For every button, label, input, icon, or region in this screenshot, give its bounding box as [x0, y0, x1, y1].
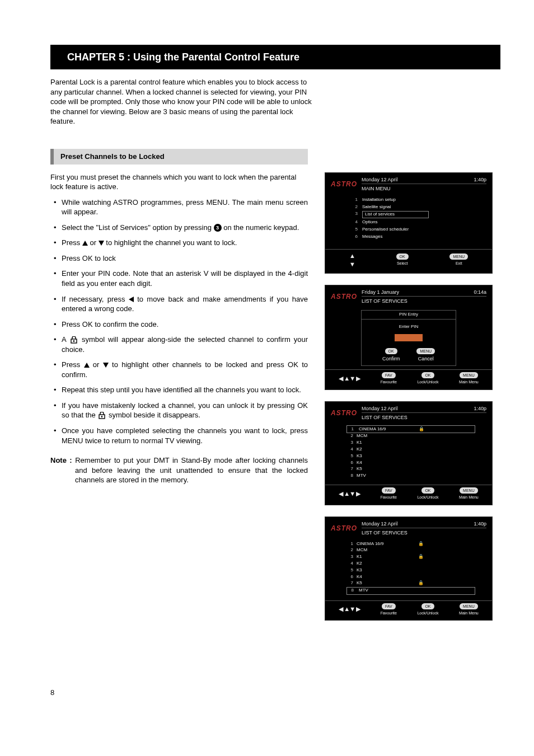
menu-item: 4Options [352, 219, 482, 226]
menu-pill: MENU [416, 348, 435, 354]
svg-rect-3 [101, 416, 102, 417]
lead-paragraph: First you must preset the channels which… [50, 172, 308, 192]
favourite-label: Favourite [381, 495, 397, 500]
service-row: 1CINEMA 16/9🔒 [346, 541, 475, 547]
select-label: Select [397, 261, 407, 266]
lockunlock-label: Lock/Unlock [417, 495, 438, 500]
tv3-time: 1:40p [474, 405, 486, 412]
astro-logo: ASTRO [331, 180, 357, 189]
tv1-date: Monday 12 April [362, 176, 398, 183]
section-heading: Preset Channels to be Locked [50, 149, 308, 165]
tv2-time: 0:14a [474, 289, 486, 295]
lockunlock-label: Lock/Unlock [417, 611, 438, 616]
menu-pill: MENU [449, 253, 468, 260]
screenshot-list-services-2: ASTRO Monday 12 April 1:40p LIST OF SERV… [325, 516, 493, 621]
pin-entry-header: PIN Entry [362, 311, 456, 320]
step-11: If you have mistakenly locked a channel,… [50, 401, 308, 420]
step-9-a: Press [62, 360, 84, 369]
step-4: Press OK to lock [50, 253, 308, 264]
confirm-label: Confirm [382, 355, 400, 362]
step-7: Press OK to confirm the code. [50, 320, 308, 330]
service-row: 5K3 [346, 567, 475, 574]
step-8-b: symbol will appear along-side the select… [62, 335, 308, 354]
astro-logo: ASTRO [331, 292, 357, 301]
screenshot-list-services-1: ASTRO Monday 12 April 1:40p LIST OF SERV… [325, 401, 493, 505]
mainmenu-label: Main Menu [459, 379, 479, 384]
service-row: 5K3 [346, 453, 475, 459]
ok-pill: OK [421, 487, 434, 494]
dpad-icon: ◀ ▲▼ ▶ [339, 605, 360, 613]
svg-rect-1 [73, 340, 74, 342]
chapter-heading: CHAPTER 5 : Using the Parental Control F… [50, 45, 500, 69]
tv4-title: LIST OF SERVICES [362, 528, 486, 536]
tv2-title: LIST OF SERVICES [362, 297, 486, 304]
step-3-c: to highlight the channel you want to loc… [106, 238, 237, 247]
step-3: Press or to highlight the channel you wa… [50, 238, 308, 248]
step-6-a: If necessary, press [62, 295, 129, 303]
service-row: 6K4 [346, 574, 475, 580]
page-number: 8 [50, 688, 500, 698]
mainmenu-label: Main Menu [459, 611, 479, 616]
step-2-b: on the numeric keypad. [223, 223, 299, 232]
service-row: 1CINEMA 16/9🔒 [346, 425, 475, 433]
exit-label: Exit [456, 261, 462, 266]
enter-pin-label: Enter PIN [362, 320, 456, 332]
arrow-left-icon [129, 297, 134, 302]
lockunlock-label: Lock/Unlock [417, 379, 438, 384]
tv4-time: 1:40p [474, 520, 486, 527]
service-row: 8MTV [346, 473, 475, 480]
dpad-icon: ◀ ▲▼ ▶ [339, 490, 360, 498]
service-row: 4K2 [346, 561, 475, 567]
menu-item: 2Satellite signal [352, 204, 482, 211]
tv1-time: 1:40p [474, 176, 486, 183]
note: Note : Remember to put your DMT in Stand… [50, 456, 308, 485]
step-9: Press or to highlight other channels to … [50, 360, 308, 379]
instructions-column: First you must preset the channels which… [50, 172, 308, 491]
menu-pill: MENU [460, 487, 478, 494]
keypad-3-icon: 3 [214, 224, 222, 232]
lock-icon [71, 336, 77, 344]
service-row: 4K2 [346, 446, 475, 453]
arrow-up-icon [84, 363, 90, 368]
screenshot-main-menu: ASTRO Monday 12 April 1:40p MAIN MENU 1I… [325, 172, 493, 274]
mainmenu-label: Main Menu [459, 495, 479, 500]
ok-pill: OK [385, 348, 397, 354]
favourite-label: Favourite [381, 611, 397, 616]
tv1-title: MAIN MENU [362, 184, 486, 192]
step-9-b: or [93, 360, 103, 369]
pin-panel: PIN Entry Enter PIN * * * * OKConfirm ME… [361, 310, 456, 367]
step-10: Repeat this step until you have identifi… [50, 385, 308, 395]
dpad-icon: ▲▼ [349, 252, 355, 269]
arrow-down-icon [103, 363, 109, 368]
intro-paragraph: Parental Lock is a parental control feat… [50, 77, 313, 126]
menu-item: 6Messages [352, 233, 482, 241]
ok-pill: OK [396, 253, 409, 260]
arrow-up-icon [82, 241, 88, 246]
tv3-title: LIST OF SERVICES [362, 413, 486, 421]
menu-item: 3List of services [352, 210, 482, 219]
astro-logo: ASTRO [331, 408, 357, 417]
astro-logo: ASTRO [331, 524, 357, 533]
tv4-date: Monday 12 April [362, 520, 398, 527]
service-row: 2MCM [346, 433, 475, 440]
screenshots-column: ASTRO Monday 12 April 1:40p MAIN MENU 1I… [325, 172, 493, 621]
step-8-a: A [62, 335, 69, 344]
step-1: While watching ASTRO programmes, press M… [50, 198, 308, 217]
step-8: A symbol will appear along-side the sele… [50, 335, 308, 354]
ok-pill: OK [421, 603, 434, 609]
menu-item: 5Personalised scheduler [352, 226, 482, 233]
menu-pill: MENU [460, 603, 478, 609]
step-3-b: or [90, 238, 98, 247]
fav-pill: FAV [382, 603, 396, 609]
dpad-icon: ◀ ▲▼ ▶ [339, 374, 360, 383]
note-text: Remember to put your DMT in Stand-By mod… [72, 456, 308, 484]
step-3-a: Press [62, 238, 82, 247]
fav-pill: FAV [382, 372, 396, 378]
tv3-date: Monday 12 April [362, 405, 398, 412]
service-row: 2MCM [346, 547, 475, 554]
service-row: 8MTV [346, 587, 475, 595]
fav-pill: FAV [382, 487, 396, 494]
step-5: Enter your PIN code. Note that an asteri… [50, 269, 308, 288]
favourite-label: Favourite [381, 379, 397, 384]
service-row: 3K1 [346, 440, 475, 447]
